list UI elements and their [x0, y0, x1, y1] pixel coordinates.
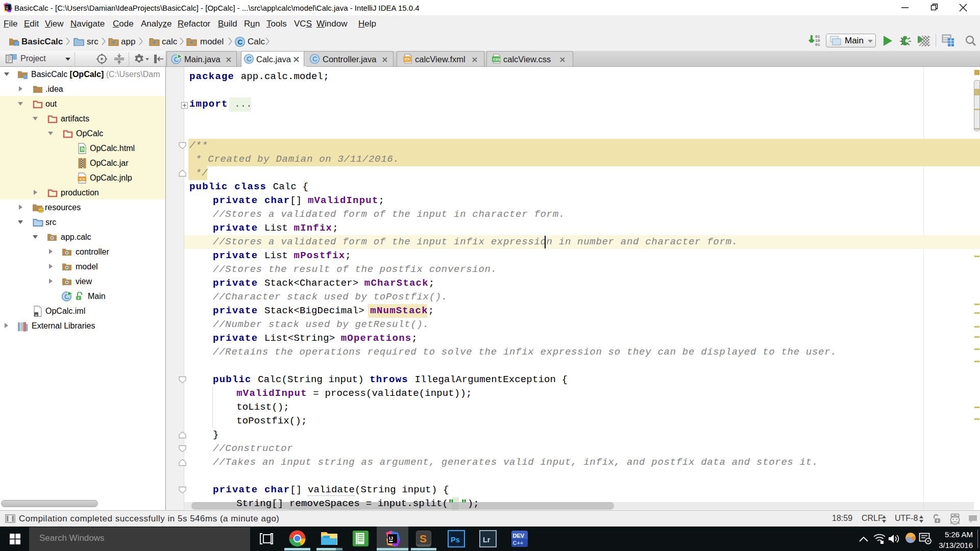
svg-text:DEV: DEV: [513, 533, 525, 539]
svg-text:Ps: Ps: [451, 536, 460, 544]
svg-text:S: S: [420, 533, 427, 544]
svg-text:h: h: [81, 146, 84, 152]
svg-text:C: C: [247, 55, 251, 63]
svg-text:<>: <>: [404, 57, 410, 62]
svg-text:Lr: Lr: [483, 536, 491, 544]
svg-text:css: css: [493, 57, 500, 62]
svg-text:IJ: IJ: [389, 535, 393, 541]
svg-text:C++: C++: [513, 540, 524, 546]
svg-text:01: 01: [815, 42, 820, 47]
svg-text:C: C: [238, 38, 243, 46]
svg-text:C: C: [312, 55, 317, 63]
svg-text:<>: <>: [80, 177, 85, 182]
svg-text:IJ: IJ: [6, 6, 8, 9]
